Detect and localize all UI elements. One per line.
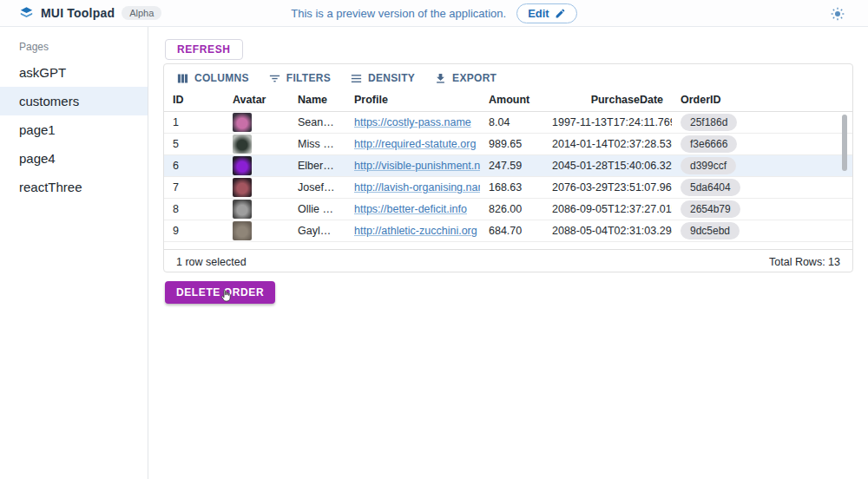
grid-header-row: ID Avatar Name Profile Amount PurchaseDa… <box>164 89 852 112</box>
column-header-purchasedate[interactable]: PurchaseDate <box>543 94 672 106</box>
filters-button[interactable]: FILTERS <box>263 69 336 88</box>
column-header-id[interactable]: ID <box>164 94 224 106</box>
table-row[interactable]: 8 Ollie Green… https://better-deficit.in… <box>164 199 852 220</box>
table-row-selected[interactable]: 6 Elbert McL… http://visible-punishment.… <box>164 155 852 177</box>
app-header: MUI Toolpad Alpha This is a preview vers… <box>0 0 868 27</box>
orderid-chip: d399ccf <box>681 157 736 174</box>
profile-link[interactable]: http://required-statute.org <box>354 138 476 150</box>
columns-icon <box>176 72 189 85</box>
delete-order-button[interactable]: DELETE ORDER <box>165 281 275 304</box>
cell-amount: 168.63 <box>480 181 543 194</box>
table-row[interactable]: 1 Sean Harris https://costly-pass.name 8… <box>164 112 852 134</box>
density-icon <box>350 72 363 85</box>
table-row[interactable]: 7 Josefina P… http://lavish-organising.n… <box>164 177 852 199</box>
filter-icon <box>268 72 281 85</box>
alpha-badge: Alpha <box>122 6 161 20</box>
avatar <box>233 156 252 175</box>
toolpad-logo-icon <box>19 6 34 20</box>
cell-purchasedate: 1997-11-13T17:24:11.769Z <box>543 116 672 128</box>
cell-amount: 826.00 <box>480 203 543 215</box>
pencil-icon <box>555 8 566 19</box>
column-header-avatar[interactable]: Avatar <box>224 94 289 106</box>
cell-name: Sean Harris <box>289 116 345 128</box>
cell-id: 9 <box>164 225 224 237</box>
profile-link[interactable]: https://better-deficit.info <box>354 203 467 215</box>
brand: MUI Toolpad Alpha <box>0 6 161 20</box>
cell-purchasedate: 2088-05-04T02:31:03.294Z <box>543 225 672 237</box>
table-row[interactable]: 5 Miss Juan … http://required-statute.or… <box>164 134 852 155</box>
cell-purchasedate: 2076-03-29T23:51:07.968Z <box>543 181 672 194</box>
sidebar-item-page4[interactable]: page4 <box>0 144 148 173</box>
grid-toolbar: COLUMNS FILTERS DENSITY EXPORT <box>164 64 852 89</box>
avatar <box>233 135 252 154</box>
profile-link[interactable]: https://costly-pass.name <box>354 116 471 128</box>
column-header-orderid[interactable]: OrderID <box>672 94 852 106</box>
columns-button[interactable]: COLUMNS <box>171 69 254 88</box>
table-row[interactable]: 9 Gayle Den… http://athletic-zucchini.or… <box>164 220 852 242</box>
selected-count: 1 row selected <box>176 256 247 268</box>
partial-row <box>164 242 852 249</box>
cell-purchasedate: 2045-01-28T15:40:06.325Z <box>543 160 672 172</box>
grid-footer: 1 row selected Total Rows: 13 <box>164 249 852 272</box>
avatar <box>233 113 252 132</box>
export-button[interactable]: EXPORT <box>429 69 502 88</box>
avatar <box>233 178 252 197</box>
main-content: REFRESH COLUMNS FILTERS DENSITY EXPORT I <box>148 27 868 479</box>
density-button[interactable]: DENSITY <box>345 69 420 88</box>
vertical-scrollbar-thumb[interactable] <box>842 115 847 171</box>
cell-amount: 247.59 <box>480 160 543 172</box>
cell-id: 1 <box>164 116 224 128</box>
sidebar-caption: Pages <box>0 27 148 58</box>
avatar <box>233 200 252 219</box>
cell-id: 7 <box>164 181 224 194</box>
export-icon <box>434 72 447 85</box>
profile-link[interactable]: http://lavish-organising.name <box>354 181 480 194</box>
cell-name: Miss Juan … <box>289 138 345 150</box>
sun-icon <box>831 7 845 21</box>
orderid-chip: 25f186d <box>681 114 737 131</box>
cell-name: Elbert McL… <box>289 160 345 172</box>
cell-purchasedate: 2086-09-05T12:37:27.015Z <box>543 203 672 215</box>
sidebar-item-askgpt[interactable]: askGPT <box>0 58 148 87</box>
cell-amount: 684.70 <box>480 225 543 237</box>
edit-button[interactable]: Edit <box>516 3 577 23</box>
sidebar-item-reactthree[interactable]: reactThree <box>0 173 148 201</box>
profile-link[interactable]: http://visible-punishment.net <box>354 160 480 172</box>
export-button-label: EXPORT <box>452 72 496 84</box>
cell-id: 8 <box>164 203 224 215</box>
sidebar: Pages askGPT customers page1 page4 react… <box>0 27 148 479</box>
theme-toggle-button[interactable] <box>828 4 847 23</box>
cell-id: 5 <box>164 138 224 150</box>
preview-notice: This is a preview version of the applica… <box>291 7 506 20</box>
total-rows: Total Rows: 13 <box>769 256 840 268</box>
columns-button-label: COLUMNS <box>194 72 249 84</box>
column-header-profile[interactable]: Profile <box>345 94 480 106</box>
cell-amount: 8.04 <box>480 116 543 128</box>
sidebar-item-page1[interactable]: page1 <box>0 115 148 144</box>
cell-purchasedate: 2014-01-14T02:37:28.536Z <box>543 138 672 150</box>
refresh-button[interactable]: REFRESH <box>165 39 243 60</box>
cell-name: Gayle Den… <box>289 225 345 237</box>
column-header-name[interactable]: Name <box>289 94 345 106</box>
app-title: MUI Toolpad <box>41 6 115 20</box>
cell-name: Josefina P… <box>289 181 345 194</box>
orderid-chip: 2654b79 <box>681 200 740 218</box>
orderid-chip: 5da6404 <box>681 179 740 196</box>
sidebar-item-customers[interactable]: customers <box>0 87 148 115</box>
filters-button-label: FILTERS <box>286 72 331 84</box>
cell-name: Ollie Green… <box>289 203 345 215</box>
cell-id: 6 <box>164 160 224 172</box>
edit-button-label: Edit <box>528 7 549 20</box>
column-header-amount[interactable]: Amount <box>480 94 543 106</box>
avatar <box>233 221 252 240</box>
orderid-chip: 9dc5ebd <box>681 222 740 240</box>
data-grid: COLUMNS FILTERS DENSITY EXPORT ID Avatar… <box>163 63 853 272</box>
profile-link[interactable]: http://athletic-zucchini.org <box>354 225 477 237</box>
orderid-chip: f3e6666 <box>681 135 737 153</box>
cell-amount: 989.65 <box>480 138 543 150</box>
density-button-label: DENSITY <box>368 72 415 84</box>
